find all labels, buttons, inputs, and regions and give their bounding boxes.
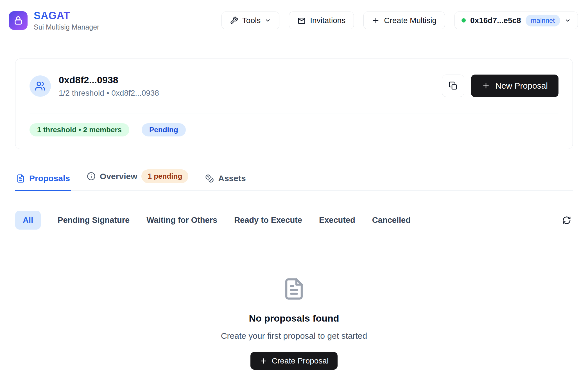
new-proposal-label: New Proposal (495, 81, 548, 91)
filter-cancelled[interactable]: Cancelled (372, 216, 411, 225)
create-proposal-button[interactable]: Create Proposal (250, 352, 338, 370)
multisig-title: 0xd8f2...0938 (59, 75, 159, 86)
tools-button[interactable]: Tools (221, 12, 279, 29)
tab-overview-label: Overview (100, 172, 137, 181)
multisig-badges: 1 threshold • 2 members Pending (30, 123, 558, 136)
info-icon (87, 172, 96, 181)
filter-all[interactable]: All (15, 211, 41, 230)
tab-assets-label: Assets (218, 174, 246, 183)
brand-text: SAGAT Sui Multisig Manager (34, 10, 99, 31)
filter-executed[interactable]: Executed (319, 216, 355, 225)
app-header: SAGAT Sui Multisig Manager Tools Invitat… (0, 0, 588, 41)
multisig-avatar (30, 75, 51, 97)
document-icon (282, 277, 306, 300)
plus-icon (372, 17, 380, 24)
tab-overview[interactable]: Overview 1 pending (86, 169, 189, 191)
wallet-address: 0x16d7...e5c8 (470, 16, 521, 25)
invitations-label: Invitations (310, 16, 345, 25)
multisig-subtitle: 1/2 threshold • 0xd8f2...0938 (59, 89, 159, 98)
filter-ready-to-execute[interactable]: Ready to Execute (234, 216, 302, 225)
wallet-selector[interactable]: 0x16d7...e5c8 mainnet (454, 12, 578, 29)
refresh-button[interactable] (560, 214, 573, 226)
invitations-button[interactable]: Invitations (289, 12, 354, 29)
users-icon (35, 81, 46, 91)
file-text-icon (16, 174, 25, 183)
plus-icon (259, 357, 267, 365)
filter-waiting-for-others[interactable]: Waiting for Others (146, 216, 217, 225)
create-multisig-label: Create Multisig (384, 16, 437, 25)
tab-assets[interactable]: Assets (204, 174, 247, 191)
pending-count-badge: 1 pending (141, 169, 188, 183)
header-actions: Tools Invitations Create Multisig 0x16d7… (221, 12, 578, 29)
members-badge: 1 threshold • 2 members (30, 123, 129, 136)
connection-status-dot (462, 18, 466, 23)
app-subtitle: Sui Multisig Manager (34, 23, 99, 31)
mail-icon (297, 16, 306, 25)
refresh-icon (562, 216, 571, 225)
tab-bar: Proposals Overview 1 pending Assets (15, 169, 573, 191)
tab-proposals-label: Proposals (29, 174, 70, 183)
card-divider (30, 113, 558, 113)
proposal-filters: All Pending Signature Waiting for Others… (15, 211, 573, 230)
empty-state-title: No proposals found (249, 313, 339, 324)
new-proposal-button[interactable]: New Proposal (471, 75, 558, 97)
status-badge: Pending (142, 123, 186, 136)
create-proposal-label: Create Proposal (272, 356, 329, 365)
lock-icon (13, 15, 23, 26)
app-title: SAGAT (34, 10, 99, 22)
tab-proposals[interactable]: Proposals (15, 174, 71, 191)
chevron-down-icon (565, 17, 571, 24)
empty-state-subtitle: Create your first proposal to get starte… (221, 331, 367, 341)
multisig-identity: 0xd8f2...0938 1/2 threshold • 0xd8f2...0… (30, 75, 159, 98)
tools-label: Tools (242, 16, 261, 25)
wrench-icon (230, 16, 238, 24)
main-content: 0xd8f2...0938 1/2 threshold • 0xd8f2...0… (0, 59, 588, 370)
create-multisig-button[interactable]: Create Multisig (363, 12, 445, 29)
coins-icon (205, 174, 214, 183)
chevron-down-icon (265, 17, 271, 24)
copy-address-button[interactable] (442, 75, 464, 97)
multisig-card-actions: New Proposal (442, 75, 558, 97)
empty-state: No proposals found Create your first pro… (15, 277, 573, 370)
copy-icon (449, 81, 458, 90)
app-logo (9, 11, 28, 30)
multisig-card: 0xd8f2...0938 1/2 threshold • 0xd8f2...0… (15, 59, 573, 149)
plus-icon (482, 82, 490, 90)
brand: SAGAT Sui Multisig Manager (9, 10, 99, 31)
network-badge: mainnet (526, 15, 560, 26)
filter-pending-signature[interactable]: Pending Signature (58, 216, 130, 225)
